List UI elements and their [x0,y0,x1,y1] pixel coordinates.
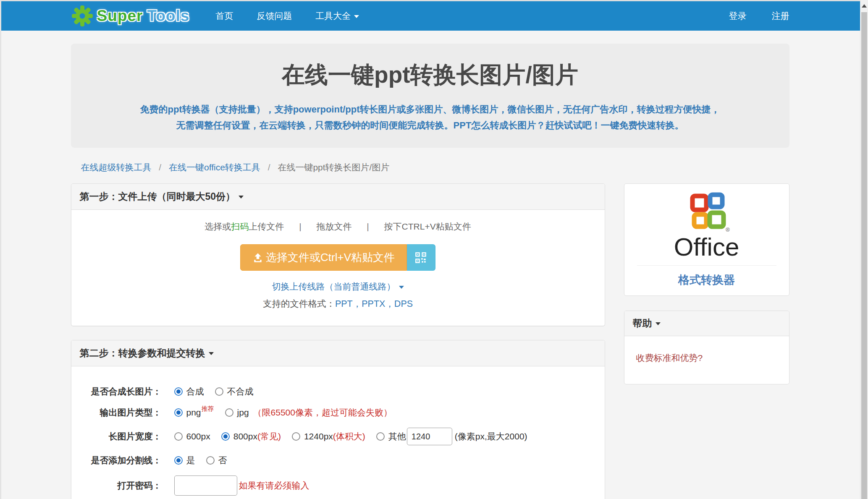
merge-option-no[interactable]: 不合成 [215,386,254,397]
office-caption-link[interactable]: 格式转换器 [629,266,784,297]
width-row: 长图片宽度： 600px 800px(常见) 1240px(体积大) 其他 (像… [71,428,605,445]
option-label: 否 [218,455,227,466]
qr-upload-button[interactable] [407,244,435,271]
nav-register[interactable]: 注册 [772,10,789,22]
step2-title: 第二步：转换参数和提交转换 [80,347,205,358]
page: SuperTools 首页 反馈问题 工具大全 登录 注册 在线一键ppt转换长… [0,0,860,499]
chevron-down-icon [656,322,661,325]
width-label: 长图片宽度： [71,431,162,442]
option-label: 600px [186,431,210,442]
password-label: 打开密码： [71,480,162,491]
radio-checked-icon [221,432,230,441]
type-option-png[interactable]: png推荐 [174,408,214,418]
width-max-note: (像素px,最大2000) [455,431,527,442]
divider-option-yes[interactable]: 是 [174,455,195,466]
chevron-down-icon [209,352,214,355]
pricing-help-link[interactable]: 收费标准和优势? [636,353,703,363]
step2-panel-header[interactable]: 第二步：转换参数和提交转换 [71,340,605,366]
divider-label: 是否添加分割线： [71,455,162,466]
window-top-edge [0,0,868,1]
hint-drag: 拖放文件 [316,222,351,231]
brand-logo[interactable]: SuperTools [71,5,190,27]
width-option-1240[interactable]: 1240px(体积大) [292,431,365,442]
choose-file-button[interactable]: 选择文件或Ctrl+V粘贴文件 [240,244,407,271]
brand-title: SuperTools [97,7,190,25]
radio-unchecked-icon [225,408,233,417]
merge-label: 是否合成长图片： [71,386,162,397]
breadcrumb-link-1[interactable]: 在线超级转换工具 [81,162,152,172]
output-type-row: 输出图片类型： png推荐 jpg （限65500像素，超过可能会失败） [71,407,605,418]
step1-panel-header[interactable]: 第一步：文件上传（同时最大50份） [71,184,605,210]
nav-feedback[interactable]: 反馈问题 [257,10,292,22]
type-option-jpg[interactable]: jpg [225,408,249,418]
radio-checked-icon [174,387,183,396]
large-size-note: (体积大) [333,431,365,442]
width-option-other[interactable]: 其他 [376,431,406,442]
page-title: 在线一键ppt转换长图片/图片 [96,60,764,91]
breadcrumb-link-2[interactable]: 在线一键office转换工具 [169,162,260,172]
width-option-600[interactable]: 600px [174,431,210,442]
divider-option-no[interactable]: 否 [206,455,227,466]
formats-value: PPT，PPTX，DPS [335,299,413,309]
upload-icon [252,252,263,263]
gear-icon [71,5,94,27]
merge-option-yes[interactable]: 合成 [174,386,204,397]
qr-code-icon [415,252,427,264]
scan-upload-link[interactable]: 扫码 [231,222,249,231]
scrollbar-thumb[interactable] [861,12,867,499]
help-title: 帮助 [633,318,652,329]
radio-unchecked-icon [292,432,300,441]
radio-checked-icon [174,408,183,417]
help-panel-header[interactable]: 帮助 [624,311,789,336]
merge-row: 是否合成长图片： 合成 不合成 [71,386,605,397]
hero-banner: 在线一键ppt转换长图片/图片 免费的ppt转换器（支持批量），支持powerp… [71,44,789,148]
chevron-down-icon [399,286,404,289]
nav-login[interactable]: 登录 [729,10,747,22]
hint-separator: | [367,222,369,231]
option-label: 800px [233,431,257,442]
choose-file-label: 选择文件或Ctrl+V粘贴文件 [266,250,395,265]
upload-hint: 选择或扫码上传文件 | 拖放文件 | 按下CTRL+V粘贴文件 [71,221,605,233]
option-label: png [186,408,201,418]
recommended-badge: 推荐 [202,405,214,413]
radio-unchecked-icon [215,387,223,396]
hint-suffix: 上传文件 [249,222,284,231]
option-label: jpg [237,408,249,418]
scrollbar-track[interactable] [860,0,868,499]
nav-home[interactable]: 首页 [215,10,233,22]
output-type-label: 输出图片类型： [71,407,162,418]
switch-upload-line-link[interactable]: 切换上传线路（当前普通线路） [71,281,605,293]
nav-tools-menu[interactable]: 工具大全 [315,10,359,22]
subtitle-line-2: 无需调整任何设置，在云端转换，只需数秒钟的时间便能完成转换。PPT怎么转成长图片… [96,118,764,133]
divider-row: 是否添加分割线： 是 否 [71,455,605,466]
office-wordmark: Office [629,234,784,260]
hint-paste: 按下CTRL+V粘贴文件 [384,222,471,231]
registered-mark: ® [726,227,730,233]
width-option-800[interactable]: 800px(常见) [221,431,281,442]
option-label: 合成 [186,386,204,397]
hint-separator: | [299,222,301,231]
step1-panel: 第一步：文件上传（同时最大50份） 选择或扫码上传文件 | 拖放文件 | 按下C… [71,183,605,326]
subtitle-line-1: 免费的ppt转换器（支持批量），支持powerpoint/ppt转长图片或多张图… [96,102,764,118]
chevron-down-icon [354,15,359,18]
radio-checked-icon [174,456,183,465]
step1-title: 第一步：文件上传（同时最大50份） [80,191,236,202]
password-required-note: 如果有请必须输入 [239,480,309,491]
password-row: 打开密码： 如果有请必须输入 [71,475,605,496]
custom-width-input[interactable] [407,428,452,445]
step2-panel: 第二步：转换参数和提交转换 是否合成长图片： 合成 不合成 输出图片类型： pn… [71,340,605,499]
arrow-up-icon [862,4,867,8]
hint-prefix: 选择或 [205,222,231,231]
open-password-input[interactable] [174,475,237,496]
option-label: 1240px [304,431,333,442]
chevron-down-icon [239,196,244,199]
page-subtitle: 免费的ppt转换器（支持批量），支持powerpoint/ppt转长图片或多张图… [96,102,764,133]
scrollbar-up-button[interactable] [860,0,868,11]
office-converter-banner[interactable]: ® Office 格式转换器 [624,183,789,296]
formats-label: 支持的文件格式： [263,299,335,309]
breadcrumb-separator: / [159,162,161,172]
switch-line-label: 切换上传线路（当前普通线路） [272,282,396,291]
breadcrumb: 在线超级转换工具 / 在线一键office转换工具 / 在线一键ppt转换长图片… [71,162,789,173]
common-note: (常见) [257,431,281,442]
breadcrumb-separator: / [268,162,270,172]
